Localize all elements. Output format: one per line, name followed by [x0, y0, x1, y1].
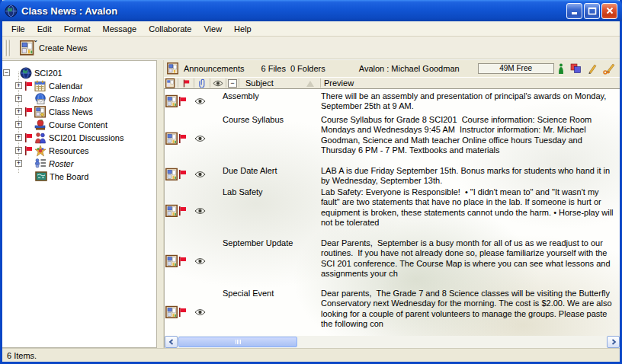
message-subject: Lab Safety — [223, 187, 316, 196]
expand-box-icon[interactable]: + — [15, 134, 22, 141]
statusbar: 6 Items. — [2, 348, 620, 362]
message-row-lab-safety[interactable]: Lab Safety Lab Safety: Everyone is Respo… — [165, 185, 620, 236]
scrollbar-thumb[interactable] — [178, 337, 297, 347]
menu-view[interactable]: View — [197, 23, 228, 35]
tree-label: SCI201 — [34, 69, 63, 78]
expand-box-icon[interactable]: + — [15, 160, 22, 167]
news-item-icon — [165, 204, 178, 217]
message-row-due-date-alert[interactable]: Due Date Alert LAB A is due Friday Septe… — [165, 164, 620, 185]
unread-flag-icon — [24, 81, 33, 91]
globe-icon — [5, 5, 18, 18]
expand-box-icon[interactable]: + — [15, 121, 22, 128]
unread-flag-icon — [24, 133, 33, 142]
tree: − SCI201 + — [2, 66, 156, 183]
tree-item-sci201[interactable]: − SCI201 — [2, 66, 156, 79]
layers-icon[interactable] — [570, 63, 582, 74]
subject-column-header[interactable]: Subject — [245, 78, 274, 88]
tree-item-resources[interactable]: + Resources — [2, 144, 156, 157]
scroll-right-button[interactable] — [607, 336, 620, 348]
inbox-icon — [34, 93, 46, 105]
menu-edit[interactable]: Edit — [31, 23, 58, 35]
flag-column-icon[interactable] — [180, 79, 192, 88]
sort-ascending-icon[interactable] — [306, 81, 314, 87]
item-count-label: 6 Items. — [7, 351, 37, 360]
message-preview: Dear parents, The Grade 7 and 8 Science … — [321, 289, 618, 330]
pane-title: Announcements — [184, 64, 245, 73]
tree-label: Course Content — [49, 120, 107, 129]
news-item-icon — [165, 168, 178, 181]
eye-column-icon[interactable] — [212, 80, 224, 87]
news-item-icon — [165, 305, 178, 318]
unread-flag-icon — [178, 134, 187, 143]
eye-icon — [194, 308, 206, 316]
eye-icon — [194, 135, 206, 142]
unread-flag-icon — [178, 308, 187, 317]
account-label: Avalon : Michael Goodman — [359, 64, 460, 73]
maximize-button[interactable] — [584, 3, 600, 19]
free-space-gauge: 49M Free — [478, 63, 554, 74]
preview-column-header[interactable]: Preview — [320, 78, 354, 88]
calendar-icon — [34, 80, 46, 92]
roster-icon — [34, 158, 46, 170]
message-row-september-update[interactable]: September Update Dear Parents, September… — [165, 236, 620, 286]
message-subject: September Update — [223, 238, 316, 247]
toolbar-grip[interactable] — [5, 40, 7, 56]
message-row-course-syllabus[interactable]: Course Syllabus Course Syllabus for Grad… — [165, 113, 620, 164]
files-count: 6 Files — [261, 64, 286, 73]
tree-item-class-news[interactable]: + Class News — [2, 105, 156, 118]
message-preview: Dear Parents, September is a busy month … — [321, 238, 618, 279]
message-subject: Special Event — [223, 289, 316, 298]
eye-icon — [194, 171, 206, 178]
expand-box-icon[interactable]: + — [15, 147, 22, 154]
unread-flag-icon — [24, 107, 33, 117]
new-item-mark: ⌄ — [33, 37, 38, 43]
expand-box-icon[interactable]: + — [15, 82, 22, 89]
create-news-icon: ⌄ — [20, 40, 35, 56]
tree-item-the-board[interactable]: The Board — [2, 170, 156, 183]
collapse-all-icon[interactable]: − — [228, 79, 237, 88]
toolbar-grip[interactable] — [8, 40, 10, 56]
menu-message[interactable]: Message — [97, 23, 143, 35]
create-news-button[interactable]: ⌄ Create News — [18, 38, 93, 58]
window-title: Class News : Avalon — [21, 5, 565, 17]
titlebar[interactable]: Class News : Avalon — [0, 0, 622, 21]
message-list: Assembly There will be an assembly and p… — [164, 89, 620, 336]
tree-item-class-inbox[interactable]: + Class Inbox — [2, 92, 156, 105]
discussions-icon — [34, 132, 46, 144]
close-button[interactable] — [601, 3, 617, 19]
online-user-icon[interactable] — [558, 63, 564, 74]
message-row-special-event[interactable]: Special Event Dear parents, The Grade 7 … — [165, 286, 620, 336]
news-item-icon — [165, 94, 178, 107]
news-item-icon — [165, 255, 178, 268]
board-icon — [35, 171, 47, 183]
item-type-column-icon[interactable] — [164, 78, 176, 88]
news-icon — [167, 62, 179, 75]
pane-splitter[interactable] — [157, 60, 164, 348]
pencil-icon[interactable] — [588, 63, 597, 74]
message-preview: There will be an assembly and presentati… — [321, 91, 618, 112]
conference-globe-icon — [20, 67, 32, 79]
menu-format[interactable]: Format — [58, 23, 97, 35]
attachment-column-icon[interactable] — [196, 78, 208, 88]
horizontal-scrollbar[interactable] — [164, 336, 620, 348]
course-content-icon — [34, 119, 46, 131]
message-subject: Assembly — [223, 91, 316, 101]
tree-label: Calendar — [49, 81, 83, 91]
scroll-left-button[interactable] — [165, 336, 178, 348]
tree-item-calendar[interactable]: + Calendar — [2, 79, 156, 92]
collapse-box-icon[interactable]: − — [3, 69, 10, 76]
menu-help[interactable]: Help — [228, 23, 258, 35]
message-row-assembly[interactable]: Assembly There will be an assembly and p… — [165, 89, 620, 113]
menu-collaborate[interactable]: Collaborate — [143, 23, 197, 35]
tree-item-course-content[interactable]: + Course Content — [2, 118, 156, 131]
tree-item-sci201-discussions[interactable]: + SCI201 Discussions — [2, 131, 156, 144]
expand-box-icon[interactable]: + — [15, 108, 22, 115]
menu-file[interactable]: File — [5, 23, 31, 35]
expand-box-icon[interactable]: + — [15, 95, 22, 102]
unread-flag-icon — [178, 206, 187, 216]
tree-label: Class Inbox — [49, 94, 92, 104]
minimize-button[interactable] — [566, 3, 582, 19]
eye-icon — [194, 97, 206, 105]
tree-item-roster[interactable]: + Roster — [2, 157, 156, 170]
signature-pencil-icon[interactable] — [603, 63, 615, 75]
